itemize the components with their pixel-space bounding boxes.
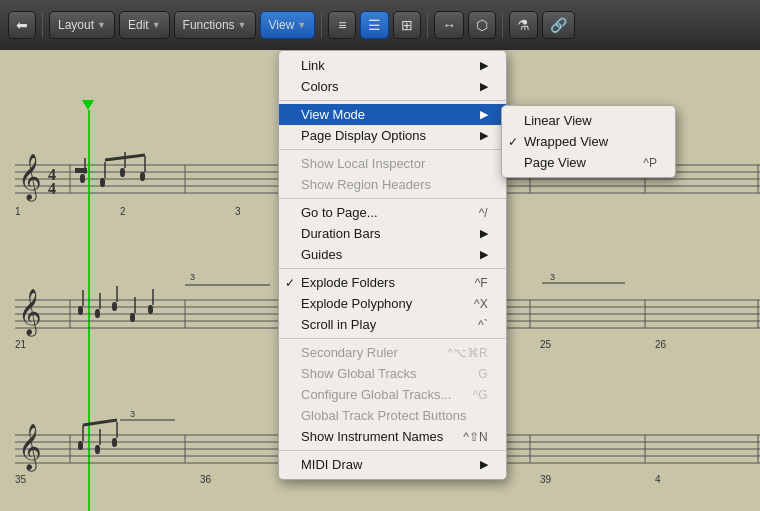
icon-btn-link[interactable]: 🔗: [542, 11, 575, 39]
menu-secondaryruler-label: Secondary Ruler: [301, 345, 398, 360]
svg-rect-25: [140, 172, 145, 181]
svg-text:4: 4: [48, 180, 56, 197]
menu-link-label: Link: [301, 58, 325, 73]
menu-showlocal-label: Show Local Inspector: [301, 156, 425, 171]
menu-item-gotopage[interactable]: Go to Page... ^/: [279, 202, 506, 223]
scrollinplay-shortcut: ^`: [458, 318, 488, 332]
menu-configureglobal-label: Configure Global Tracks...: [301, 387, 451, 402]
menu-globalprotect-label: Global Track Protect Buttons: [301, 408, 466, 423]
svg-text:3: 3: [550, 272, 555, 282]
menu-item-showinstrument[interactable]: Show Instrument Names ^⇧N: [279, 426, 506, 447]
svg-text:𝄞: 𝄞: [18, 289, 42, 337]
edit-menu-button[interactable]: Edit ▼: [119, 11, 170, 39]
menu-viewmode-label: View Mode: [301, 107, 365, 122]
menu-explodepolyphony-label: Explode Polyphony: [301, 296, 412, 311]
menu-explodefolders-label: Explode Folders: [301, 275, 395, 290]
separator2: [321, 12, 322, 38]
svg-rect-47: [78, 306, 83, 315]
pagedisplay-arrow-icon: ▶: [470, 129, 488, 142]
menu-showinstrument-label: Show Instrument Names: [301, 429, 443, 444]
separator4: [502, 12, 503, 38]
separator-5: [279, 338, 506, 339]
menu-item-viewmode[interactable]: View Mode ▶: [279, 104, 506, 125]
svg-rect-78: [95, 445, 100, 454]
view-chevron: ▼: [297, 20, 306, 30]
functions-label: Functions: [183, 18, 235, 32]
menu-mididraw-label: MIDI Draw: [301, 457, 362, 472]
layout-menu-button[interactable]: Layout ▼: [49, 11, 115, 39]
svg-rect-29: [88, 110, 90, 511]
menu-item-secondaryruler: Secondary Ruler ^⌥⌘R: [279, 342, 506, 363]
submenu-pageview[interactable]: Page View ^P: [502, 152, 675, 173]
functions-chevron: ▼: [238, 20, 247, 30]
separator3: [427, 12, 428, 38]
gotopage-shortcut: ^/: [459, 206, 488, 220]
menu-item-pagedisplay[interactable]: Page Display Options ▶: [279, 125, 506, 146]
svg-text:39: 39: [540, 474, 552, 485]
svg-rect-55: [148, 305, 153, 314]
svg-text:1: 1: [15, 206, 21, 217]
icon-btn-filter[interactable]: ⚗: [509, 11, 538, 39]
icon-btn-1[interactable]: ≡: [328, 11, 356, 39]
link-arrow-icon: ▶: [470, 59, 488, 72]
separator: [42, 12, 43, 38]
menu-pagedisplay-label: Page Display Options: [301, 128, 426, 143]
svg-marker-30: [82, 100, 94, 110]
separator-2: [279, 149, 506, 150]
menu-item-explodepolyphony[interactable]: Explode Polyphony ^X: [279, 293, 506, 314]
menu-item-link[interactable]: Link ▶: [279, 55, 506, 76]
svg-text:21: 21: [15, 339, 27, 350]
menu-item-showregion: Show Region Headers: [279, 174, 506, 195]
submenu-wrappedview[interactable]: Wrapped View: [502, 131, 675, 152]
svg-text:35: 35: [15, 474, 27, 485]
menu-item-guides[interactable]: Guides ▶: [279, 244, 506, 265]
explodepolyphony-shortcut: ^X: [454, 297, 488, 311]
icon-btn-5[interactable]: ⬡: [468, 11, 496, 39]
view-label: View: [269, 18, 295, 32]
durationbars-arrow-icon: ▶: [470, 227, 488, 240]
svg-rect-19: [80, 174, 85, 183]
menu-item-showglobal: Show Global Tracks G: [279, 363, 506, 384]
menu-item-scrollinplay[interactable]: Scroll in Play ^`: [279, 314, 506, 335]
submenu-linearview[interactable]: Linear View: [502, 110, 675, 131]
svg-rect-80: [112, 438, 117, 447]
svg-rect-76: [78, 441, 83, 450]
icon-btn-2[interactable]: ☰: [360, 11, 389, 39]
showglobal-shortcut: G: [458, 367, 487, 381]
separator-4: [279, 268, 506, 269]
menu-item-explodefolders[interactable]: Explode Folders ^F: [279, 272, 506, 293]
menu-showglobal-label: Show Global Tracks: [301, 366, 417, 381]
explodefolders-shortcut: ^F: [455, 276, 488, 290]
edit-chevron: ▼: [152, 20, 161, 30]
icon-btn-4[interactable]: ↔: [434, 11, 464, 39]
menu-item-durationbars[interactable]: Duration Bars ▶: [279, 223, 506, 244]
svg-text:26: 26: [655, 339, 667, 350]
menu-item-mididraw[interactable]: MIDI Draw ▶: [279, 454, 506, 475]
svg-rect-23: [120, 168, 125, 177]
functions-menu-button[interactable]: Functions ▼: [174, 11, 256, 39]
viewmode-submenu: Linear View Wrapped View Page View ^P: [501, 105, 676, 178]
svg-rect-51: [112, 302, 117, 311]
svg-text:25: 25: [540, 339, 552, 350]
menu-durationbars-label: Duration Bars: [301, 226, 380, 241]
menu-scrollinplay-label: Scroll in Play: [301, 317, 376, 332]
configureglobal-shortcut: ^G: [453, 388, 488, 402]
svg-text:36: 36: [200, 474, 212, 485]
edit-label: Edit: [128, 18, 149, 32]
menu-item-configureglobal: Configure Global Tracks... ^G: [279, 384, 506, 405]
pageview-label: Page View: [524, 155, 586, 170]
svg-text:2: 2: [120, 206, 126, 217]
layout-label: Layout: [58, 18, 94, 32]
separator-1: [279, 100, 506, 101]
svg-rect-28: [75, 168, 87, 173]
icon-btn-3[interactable]: ⊞: [393, 11, 421, 39]
view-menu-button[interactable]: View ▼: [260, 11, 316, 39]
toolbar: ⬅ Layout ▼ Edit ▼ Functions ▼ View ▼ ≡ ☰…: [0, 0, 760, 50]
back-button[interactable]: ⬅: [8, 11, 36, 39]
menu-colors-label: Colors: [301, 79, 339, 94]
svg-text:𝄞: 𝄞: [18, 154, 42, 202]
menu-item-colors[interactable]: Colors ▶: [279, 76, 506, 97]
svg-rect-21: [100, 178, 105, 187]
showinstrument-shortcut: ^⇧N: [443, 430, 487, 444]
separator-3: [279, 198, 506, 199]
